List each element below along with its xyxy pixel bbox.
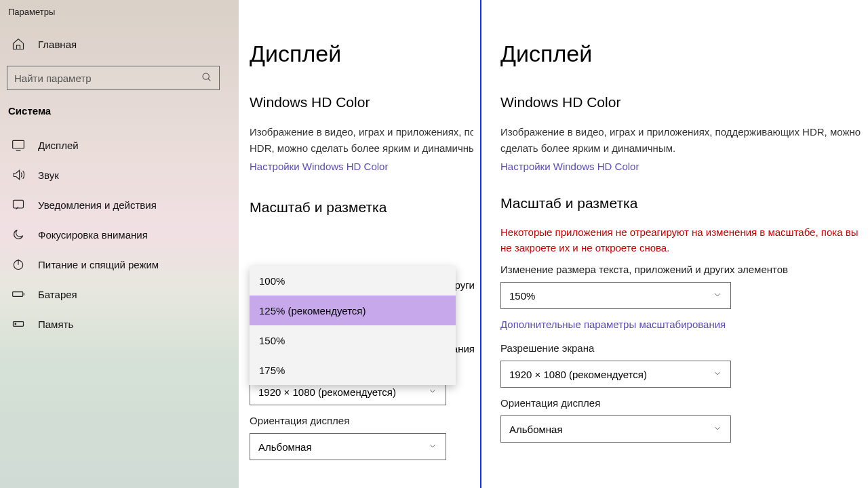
hd-color-desc: Изображение в видео, играх и приложениях… [250,124,473,140]
resolution-value: 1920 × 1080 (рекомендуется) [258,386,396,398]
nav-home[interactable]: Главная [7,29,239,59]
orientation-label: Ориентация дисплея [250,415,473,426]
sidebar-item-sound[interactable]: Звук [7,160,239,190]
sidebar-item-notifications[interactable]: Уведомления и действия [7,190,239,220]
search-icon [201,72,212,85]
orientation-combo[interactable]: Альбомная [250,433,446,460]
orientation-value: Альбомная [509,424,563,435]
scale-label: Изменение размера текста, приложений и д… [500,264,861,275]
page-title: Дисплей [250,41,473,67]
svg-rect-4 [13,292,23,297]
orientation-combo[interactable]: Альбомная [500,415,731,443]
sound-icon [11,167,26,182]
chevron-down-icon [428,386,437,398]
resolution-value: 1920 × 1080 (рекомендуется) [509,369,647,380]
display-icon [11,138,26,152]
sidebar-item-label: Фокусировка внимания [38,229,148,241]
hd-color-desc: Изображение в видео, играх и приложениях… [500,124,861,157]
scale-value: 150% [509,290,535,302]
hd-color-link[interactable]: Настройки Windows HD Color [250,161,388,172]
sidebar-section: Система [7,105,239,130]
search-placeholder: Найти параметр [14,73,92,84]
scale-option-100[interactable]: 100% [250,266,456,296]
content-pane-right: Дисплей Windows HD Color Изображение в в… [481,0,868,488]
home-icon [11,37,26,52]
sidebar-item-display[interactable]: Дисплей [7,130,239,160]
scale-option-125[interactable]: 125% (рекомендуется) [250,296,456,325]
power-icon [11,257,26,272]
svg-rect-2 [14,200,24,208]
hd-color-heading: Windows HD Color [500,94,861,110]
nav-home-label: Главная [38,39,77,50]
sidebar-item-label: Питание и спящий режим [38,259,159,270]
sidebar-item-battery[interactable]: Батарея [7,279,239,309]
search-input[interactable]: Найти параметр [7,66,220,90]
scale-heading: Масштаб и разметка [500,195,861,211]
orientation-label: Ориентация дисплея [500,397,861,409]
scale-option-150[interactable]: 150% [250,325,456,355]
sidebar-item-label: Батарея [38,289,77,300]
scale-combo[interactable]: 150% [500,282,731,309]
hd-color-desc-2: HDR, можно сделать более ярким и динамич… [250,140,473,157]
chevron-down-icon [428,441,437,453]
scale-option-175[interactable]: 175% [250,355,456,385]
sidebar-item-focus[interactable]: Фокусировка внимания [7,220,239,249]
page-title: Дисплей [500,41,861,67]
hd-color-heading: Windows HD Color [250,94,473,110]
sidebar-item-power[interactable]: Питание и спящий режим [7,249,239,279]
chevron-down-icon [713,424,722,435]
advanced-scaling-link[interactable]: Дополнительные параметры масштабирования [500,319,726,330]
sidebar: Параметры Главная Найти параметр Система… [0,0,239,488]
sidebar-item-label: Уведомления и действия [38,199,157,211]
scale-dropdown-popup: 100% 125% (рекомендуется) 150% 175% [250,266,456,385]
orientation-value: Альбомная [258,441,312,453]
battery-icon [11,287,26,302]
content-pane-left: Дисплей Windows HD Color Изображение в в… [239,0,481,488]
sidebar-item-storage[interactable]: Память [7,309,239,339]
storage-icon [11,317,26,331]
sidebar-item-label: Дисплей [38,140,79,151]
notification-icon [11,197,26,212]
svg-point-0 [203,73,209,79]
resolution-label: Разрешение экрана [500,342,861,354]
resolution-combo[interactable]: 1920 × 1080 (рекомендуется) [500,361,731,388]
hd-color-link[interactable]: Настройки Windows HD Color [500,161,639,172]
svg-rect-1 [13,140,24,148]
sidebar-item-label: Память [38,319,73,330]
scale-warning: Некоторые приложения не отреагируют на и… [500,225,861,256]
chevron-down-icon [713,369,722,380]
sidebar-item-label: Звук [38,169,59,181]
chevron-down-icon [713,290,722,302]
window-title: Параметры [7,7,239,29]
scale-heading: Масштаб и разметка [250,199,473,216]
svg-point-6 [15,323,16,325]
moon-icon [11,227,26,242]
